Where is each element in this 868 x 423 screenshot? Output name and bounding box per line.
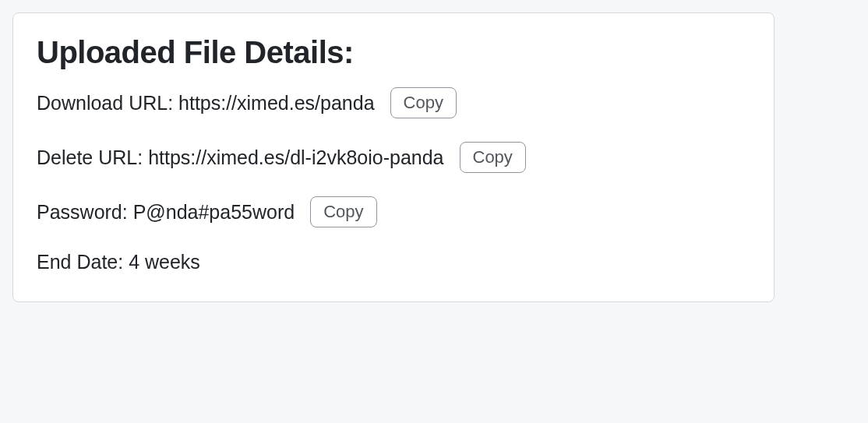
delete-url-value: https://ximed.es/dl-i2vk8oio-panda — [148, 146, 443, 168]
end-date-value: 4 weeks — [129, 251, 200, 273]
download-url-value: https://ximed.es/panda — [178, 92, 375, 114]
uploaded-file-details-card: Uploaded File Details: Download URL: htt… — [12, 12, 774, 302]
delete-url-label: Delete URL: — [37, 146, 148, 168]
copy-download-url-button[interactable]: Copy — [390, 87, 457, 118]
end-date-row: End Date: 4 weeks — [37, 251, 750, 273]
delete-url-text: Delete URL: https://ximed.es/dl-i2vk8oio… — [37, 146, 444, 169]
password-label: Password: — [37, 201, 133, 223]
password-text: Password: P@nda#pa55word — [37, 201, 295, 224]
password-value: P@nda#pa55word — [133, 201, 295, 223]
end-date-text: End Date: 4 weeks — [37, 251, 200, 273]
copy-password-button[interactable]: Copy — [310, 196, 376, 227]
password-row: Password: P@nda#pa55word Copy — [37, 196, 750, 227]
download-url-row: Download URL: https://ximed.es/panda Cop… — [37, 87, 750, 118]
end-date-label: End Date: — [37, 251, 129, 273]
delete-url-row: Delete URL: https://ximed.es/dl-i2vk8oio… — [37, 142, 750, 173]
download-url-text: Download URL: https://ximed.es/panda — [37, 92, 375, 115]
card-title: Uploaded File Details: — [37, 35, 750, 70]
copy-delete-url-button[interactable]: Copy — [460, 142, 526, 173]
download-url-label: Download URL: — [37, 92, 178, 114]
